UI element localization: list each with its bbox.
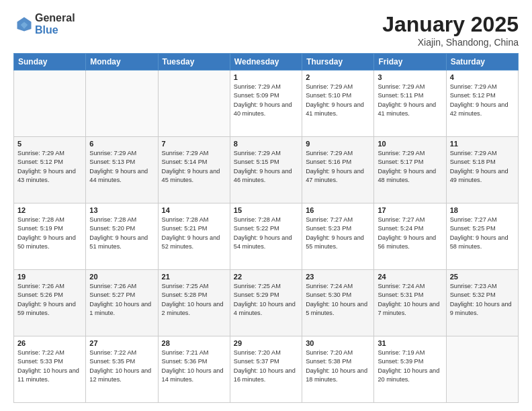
week-row-4: 19Sunrise: 7:26 AM Sunset: 5:26 PM Dayli… xyxy=(14,270,519,336)
day-number: 8 xyxy=(234,140,298,148)
day-number: 19 xyxy=(17,273,82,281)
day-cell: 21Sunrise: 7:25 AM Sunset: 5:28 PM Dayli… xyxy=(158,270,230,336)
day-cell: 29Sunrise: 7:20 AM Sunset: 5:37 PM Dayli… xyxy=(230,336,302,403)
logo: General Blue xyxy=(13,12,75,36)
day-number: 7 xyxy=(162,140,226,148)
day-info: Sunrise: 7:27 AM Sunset: 5:25 PM Dayligh… xyxy=(450,216,515,251)
month-title: January 2025 xyxy=(382,12,519,37)
day-number: 12 xyxy=(17,206,82,214)
weekday-header-monday: Monday xyxy=(86,54,158,71)
day-number: 15 xyxy=(234,206,298,214)
day-cell: 27Sunrise: 7:22 AM Sunset: 5:35 PM Dayli… xyxy=(86,336,158,403)
day-cell: 13Sunrise: 7:28 AM Sunset: 5:20 PM Dayli… xyxy=(86,203,158,270)
day-number: 29 xyxy=(234,339,298,347)
week-row-1: 1Sunrise: 7:29 AM Sunset: 5:09 PM Daylig… xyxy=(14,71,519,137)
day-number: 25 xyxy=(450,273,515,281)
day-info: Sunrise: 7:29 AM Sunset: 5:12 PM Dayligh… xyxy=(17,149,82,185)
day-cell: 24Sunrise: 7:24 AM Sunset: 5:31 PM Dayli… xyxy=(374,270,446,336)
day-number: 13 xyxy=(89,206,154,214)
header: General Blue January 2025 Xiajin, Shando… xyxy=(13,12,519,48)
day-cell: 28Sunrise: 7:21 AM Sunset: 5:36 PM Dayli… xyxy=(158,336,230,403)
day-cell: 11Sunrise: 7:29 AM Sunset: 5:18 PM Dayli… xyxy=(446,137,518,203)
weekday-header-friday: Friday xyxy=(374,54,446,71)
day-info: Sunrise: 7:20 AM Sunset: 5:38 PM Dayligh… xyxy=(306,349,370,384)
day-number: 27 xyxy=(89,339,154,347)
day-info: Sunrise: 7:29 AM Sunset: 5:09 PM Dayligh… xyxy=(234,83,298,118)
day-cell xyxy=(446,336,518,403)
day-cell: 9Sunrise: 7:29 AM Sunset: 5:16 PM Daylig… xyxy=(302,137,374,203)
day-info: Sunrise: 7:29 AM Sunset: 5:12 PM Dayligh… xyxy=(450,83,515,118)
day-cell: 12Sunrise: 7:28 AM Sunset: 5:19 PM Dayli… xyxy=(14,203,86,270)
day-info: Sunrise: 7:29 AM Sunset: 5:10 PM Dayligh… xyxy=(306,83,370,118)
day-number: 20 xyxy=(89,273,154,281)
day-cell: 15Sunrise: 7:28 AM Sunset: 5:22 PM Dayli… xyxy=(230,203,302,270)
day-number: 21 xyxy=(162,273,226,281)
day-number: 17 xyxy=(378,206,442,214)
day-info: Sunrise: 7:29 AM Sunset: 5:11 PM Dayligh… xyxy=(378,83,442,118)
day-info: Sunrise: 7:22 AM Sunset: 5:35 PM Dayligh… xyxy=(89,349,154,384)
day-cell xyxy=(14,71,86,137)
day-info: Sunrise: 7:26 AM Sunset: 5:26 PM Dayligh… xyxy=(17,282,82,318)
day-cell: 18Sunrise: 7:27 AM Sunset: 5:25 PM Dayli… xyxy=(446,203,518,270)
day-cell xyxy=(86,71,158,137)
day-cell: 1Sunrise: 7:29 AM Sunset: 5:09 PM Daylig… xyxy=(230,71,302,137)
day-number: 31 xyxy=(378,339,442,347)
day-info: Sunrise: 7:22 AM Sunset: 5:33 PM Dayligh… xyxy=(17,349,82,384)
day-info: Sunrise: 7:23 AM Sunset: 5:32 PM Dayligh… xyxy=(450,282,515,318)
weekday-header-thursday: Thursday xyxy=(302,54,374,71)
day-info: Sunrise: 7:25 AM Sunset: 5:28 PM Dayligh… xyxy=(162,282,226,318)
title-block: January 2025 Xiajin, Shandong, China xyxy=(382,12,519,48)
day-info: Sunrise: 7:19 AM Sunset: 5:39 PM Dayligh… xyxy=(378,349,442,384)
day-info: Sunrise: 7:28 AM Sunset: 5:22 PM Dayligh… xyxy=(234,216,298,251)
day-cell: 3Sunrise: 7:29 AM Sunset: 5:11 PM Daylig… xyxy=(374,71,446,137)
day-number: 2 xyxy=(306,73,370,81)
logo-text: General Blue xyxy=(35,12,75,36)
day-number: 4 xyxy=(450,73,515,81)
day-cell: 20Sunrise: 7:26 AM Sunset: 5:27 PM Dayli… xyxy=(86,270,158,336)
page: General Blue January 2025 Xiajin, Shando… xyxy=(0,0,532,411)
day-info: Sunrise: 7:29 AM Sunset: 5:14 PM Dayligh… xyxy=(162,149,226,185)
weekday-header-tuesday: Tuesday xyxy=(158,54,230,71)
weekday-header-sunday: Sunday xyxy=(14,54,86,71)
day-info: Sunrise: 7:25 AM Sunset: 5:29 PM Dayligh… xyxy=(234,282,298,318)
day-cell: 22Sunrise: 7:25 AM Sunset: 5:29 PM Dayli… xyxy=(230,270,302,336)
day-number: 3 xyxy=(378,73,442,81)
day-number: 26 xyxy=(17,339,82,347)
calendar-table: SundayMondayTuesdayWednesdayThursdayFrid… xyxy=(13,53,519,403)
day-info: Sunrise: 7:24 AM Sunset: 5:30 PM Dayligh… xyxy=(306,282,370,318)
day-cell: 7Sunrise: 7:29 AM Sunset: 5:14 PM Daylig… xyxy=(158,137,230,203)
day-info: Sunrise: 7:24 AM Sunset: 5:31 PM Dayligh… xyxy=(378,282,442,318)
day-number: 28 xyxy=(162,339,226,347)
day-info: Sunrise: 7:27 AM Sunset: 5:24 PM Dayligh… xyxy=(378,216,442,251)
day-number: 9 xyxy=(306,140,370,148)
week-row-2: 5Sunrise: 7:29 AM Sunset: 5:12 PM Daylig… xyxy=(14,137,519,203)
day-number: 30 xyxy=(306,339,370,347)
day-info: Sunrise: 7:27 AM Sunset: 5:23 PM Dayligh… xyxy=(306,216,370,251)
day-cell: 26Sunrise: 7:22 AM Sunset: 5:33 PM Dayli… xyxy=(14,336,86,403)
day-cell: 4Sunrise: 7:29 AM Sunset: 5:12 PM Daylig… xyxy=(446,71,518,137)
logo-general-text: General xyxy=(35,12,75,24)
day-number: 10 xyxy=(378,140,442,148)
day-info: Sunrise: 7:29 AM Sunset: 5:16 PM Dayligh… xyxy=(306,149,370,185)
day-number: 24 xyxy=(378,273,442,281)
day-cell: 25Sunrise: 7:23 AM Sunset: 5:32 PM Dayli… xyxy=(446,270,518,336)
day-cell: 6Sunrise: 7:29 AM Sunset: 5:13 PM Daylig… xyxy=(86,137,158,203)
day-cell: 19Sunrise: 7:26 AM Sunset: 5:26 PM Dayli… xyxy=(14,270,86,336)
day-info: Sunrise: 7:28 AM Sunset: 5:21 PM Dayligh… xyxy=(162,216,226,251)
day-number: 22 xyxy=(234,273,298,281)
location: Xiajin, Shandong, China xyxy=(382,37,519,48)
day-cell: 23Sunrise: 7:24 AM Sunset: 5:30 PM Dayli… xyxy=(302,270,374,336)
day-number: 23 xyxy=(306,273,370,281)
weekday-header-row: SundayMondayTuesdayWednesdayThursdayFrid… xyxy=(14,54,519,71)
day-cell: 16Sunrise: 7:27 AM Sunset: 5:23 PM Dayli… xyxy=(302,203,374,270)
day-cell: 10Sunrise: 7:29 AM Sunset: 5:17 PM Dayli… xyxy=(374,137,446,203)
week-row-3: 12Sunrise: 7:28 AM Sunset: 5:19 PM Dayli… xyxy=(14,203,519,270)
day-number: 1 xyxy=(234,73,298,81)
day-cell: 30Sunrise: 7:20 AM Sunset: 5:38 PM Dayli… xyxy=(302,336,374,403)
day-number: 14 xyxy=(162,206,226,214)
day-info: Sunrise: 7:29 AM Sunset: 5:15 PM Dayligh… xyxy=(234,149,298,185)
week-row-5: 26Sunrise: 7:22 AM Sunset: 5:33 PM Dayli… xyxy=(14,336,519,403)
day-info: Sunrise: 7:29 AM Sunset: 5:18 PM Dayligh… xyxy=(450,149,515,185)
weekday-header-wednesday: Wednesday xyxy=(230,54,302,71)
day-info: Sunrise: 7:20 AM Sunset: 5:37 PM Dayligh… xyxy=(234,349,298,384)
